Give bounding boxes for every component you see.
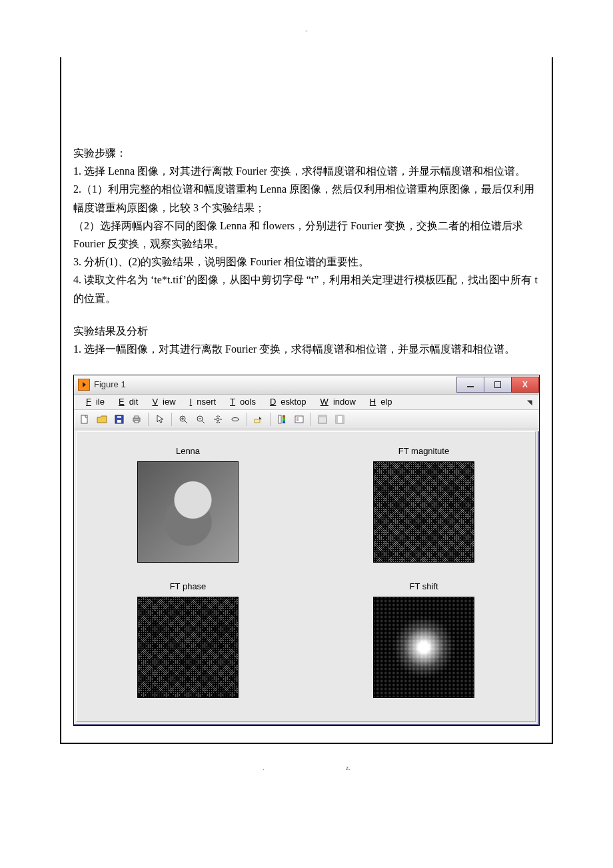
menu-help[interactable]: Help: [360, 395, 397, 409]
pan-icon[interactable]: [210, 411, 226, 427]
new-figure-icon[interactable]: [77, 411, 93, 427]
svg-rect-2: [117, 420, 121, 423]
menu-view[interactable]: View: [143, 395, 180, 409]
matlab-figure-window: Figure 1 X File Edit View Insert Tools D…: [73, 375, 540, 726]
subplot-title: FT shift: [373, 579, 474, 594]
subplot-title: FT magnitute: [373, 444, 474, 459]
step-2-1: 2.（1）利用完整的相位谱和幅度谱重构 Lenna 原图像，然后仅利用相位谱重构…: [73, 180, 540, 216]
insert-colorbar-icon[interactable]: [274, 411, 290, 427]
menu-edit[interactable]: Edit: [109, 395, 143, 409]
svg-line-8: [185, 421, 187, 423]
svg-line-12: [202, 421, 205, 423]
results-title: 实验结果及分析: [73, 322, 540, 340]
open-file-icon[interactable]: [94, 411, 110, 427]
matlab-figure-icon: [78, 379, 90, 391]
subplot-ft-shift: FT shift: [373, 579, 474, 698]
menu-desktop[interactable]: Desktop: [261, 395, 311, 409]
svg-rect-5: [135, 416, 139, 418]
svg-rect-19: [295, 416, 303, 423]
zoom-in-icon[interactable]: [175, 411, 191, 427]
save-icon[interactable]: [111, 411, 127, 427]
steps-title: 实验步骤：: [73, 144, 540, 162]
subplot-lenna: Lenna: [137, 444, 239, 563]
step-2-2: （2）选择两幅内容不同的图像 Lenna 和 flowers，分别进行 Four…: [73, 217, 540, 253]
toolbar: [74, 410, 539, 429]
subplot-title: Lenna: [137, 444, 239, 459]
subplot-title: FT phase: [137, 579, 239, 594]
minimize-button[interactable]: [456, 377, 484, 393]
data-cursor-icon[interactable]: [251, 411, 267, 427]
window-titlebar[interactable]: Figure 1 X: [74, 375, 539, 395]
step-3: 3. 分析(1)、(2)的实验结果，说明图像 Fourier 相位谱的重要性。: [73, 253, 540, 271]
svg-rect-25: [336, 415, 338, 423]
zoom-out-icon[interactable]: [193, 411, 209, 427]
window-title: Figure 1: [94, 377, 457, 392]
menu-insert[interactable]: Insert: [181, 395, 221, 409]
menu-tools[interactable]: Tools: [221, 395, 261, 409]
menubar: File Edit View Insert Tools Desktop Wind…: [74, 395, 539, 410]
subplot-ft-magnitude: FT magnitute: [373, 444, 474, 563]
image-ft-magnitude: [373, 461, 474, 563]
footer-right: z.: [346, 764, 350, 771]
page-footer-marks: . z.: [40, 764, 573, 771]
step-4: 4. 读取文件名为 ‘te*t.tif’的图像，从图中剪切字母 “t”，利用相关…: [73, 271, 540, 307]
close-button[interactable]: X: [511, 377, 539, 393]
step-1: 1. 选择 Lenna 图像，对其进行离散 Fourier 变换，求得幅度谱和相…: [73, 162, 540, 180]
image-ft-phase: [137, 597, 239, 698]
page-header-mark: -: [40, 27, 573, 34]
hide-plot-tools-icon[interactable]: [314, 411, 330, 427]
rotate3d-icon[interactable]: [227, 411, 243, 427]
svg-rect-23: [318, 415, 326, 417]
svg-point-15: [232, 418, 239, 421]
maximize-button[interactable]: [484, 377, 512, 393]
dock-toggle-icon[interactable]: ◥: [522, 397, 536, 408]
insert-legend-icon[interactable]: [291, 411, 307, 427]
svg-rect-26: [342, 415, 344, 423]
svg-point-14: [217, 418, 219, 421]
image-lenna: [137, 461, 239, 563]
result-1: 1. 选择一幅图像，对其进行离散 Fourier 变换，求得幅度谱和相位谱，并显…: [73, 340, 540, 358]
document-table-cell: 实验步骤： 1. 选择 Lenna 图像，对其进行离散 Fourier 变换，求…: [60, 57, 553, 744]
svg-rect-6: [135, 421, 139, 423]
menu-file[interactable]: File: [77, 395, 109, 409]
image-ft-shift: [373, 597, 474, 698]
footer-left: .: [263, 764, 265, 771]
edit-pointer-icon[interactable]: [152, 411, 168, 427]
menu-window[interactable]: Window: [311, 395, 360, 409]
subplot-ft-phase: FT phase: [137, 579, 239, 698]
svg-rect-3: [117, 416, 121, 418]
svg-rect-0: [81, 415, 87, 423]
print-icon[interactable]: [129, 411, 145, 427]
svg-rect-16: [255, 419, 260, 423]
axes-canvas: Lenna FT magnitute FT phase FT shift: [76, 431, 536, 722]
show-plot-tools-icon[interactable]: [332, 411, 348, 427]
svg-rect-18: [283, 415, 285, 423]
svg-rect-17: [279, 415, 281, 423]
